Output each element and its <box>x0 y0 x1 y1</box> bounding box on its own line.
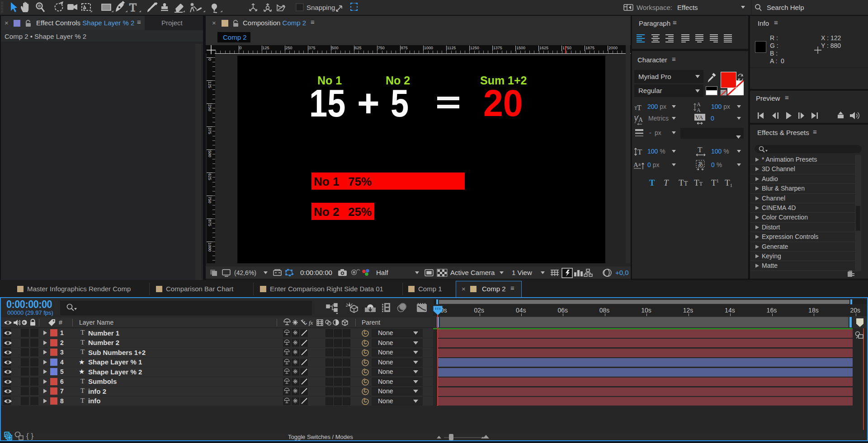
svg-text:Workspace:: Workspace: <box>637 4 672 11</box>
svg-text:(42,6%): (42,6%) <box>234 269 256 276</box>
svg-text:Snapping: Snapping <box>307 4 335 11</box>
svg-text:T: T <box>129 1 137 14</box>
svg-text:VA: VA <box>695 114 703 121</box>
svg-text:+0,0: +0,0 <box>615 269 629 276</box>
svg-text:T: T <box>637 104 642 112</box>
svg-text:Effects: Effects <box>677 4 698 11</box>
svg-text:fx: fx <box>309 319 313 326</box>
svg-text:a: a <box>638 161 641 167</box>
svg-text:A: A <box>697 107 701 113</box>
svg-text:{ }: { } <box>26 432 33 440</box>
svg-text:T: T <box>637 148 642 156</box>
svg-text:Half: Half <box>376 269 389 276</box>
svg-text:1 View: 1 View <box>512 269 532 276</box>
svg-text:Active Camera: Active Camera <box>450 269 495 276</box>
svg-text:0:00:00:00: 0:00:00:00 <box>300 269 332 276</box>
svg-text:あ: あ <box>698 161 703 168</box>
svg-text:T: T <box>698 146 703 154</box>
svg-text:A: A <box>633 161 638 168</box>
svg-text:A: A <box>638 117 643 123</box>
svg-text:Search Help: Search Help <box>767 4 804 11</box>
svg-text:A: A <box>697 101 701 107</box>
